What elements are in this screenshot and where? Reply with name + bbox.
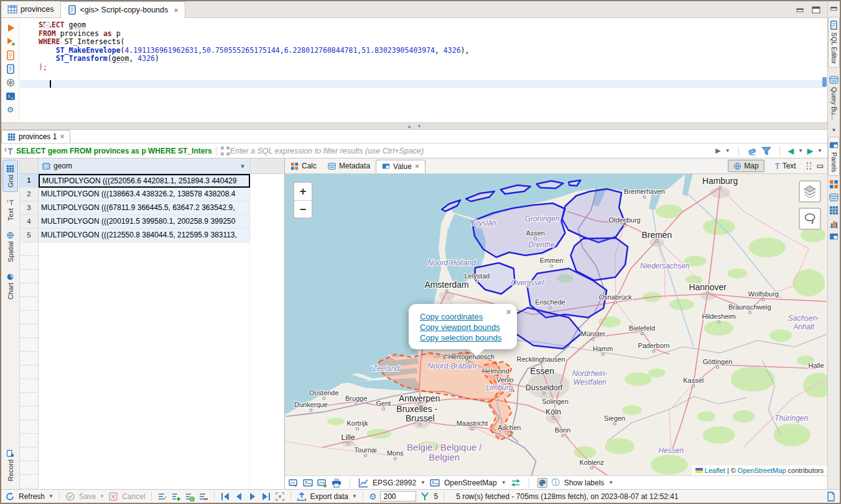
duplicate-row-icon[interactable] <box>185 492 195 502</box>
sidebar-item-spatial[interactable]: Spatial <box>2 226 18 267</box>
focus-cell-icon[interactable] <box>275 492 285 502</box>
crs-caret-icon[interactable]: ▼ <box>420 480 425 485</box>
execute-script-icon[interactable] <box>6 50 16 60</box>
map-lasso-control[interactable] <box>799 208 821 230</box>
row-number[interactable]: 4 <box>20 215 39 229</box>
map-view-button[interactable]: Map <box>728 160 764 172</box>
sql-code-line[interactable]: −SELECT geom <box>39 21 827 30</box>
restore-pane-icon[interactable] <box>829 4 839 13</box>
document-status-icon[interactable] <box>826 492 836 502</box>
popup-close-icon[interactable]: × <box>506 306 511 317</box>
sidebar-item-record[interactable]: Record <box>2 444 18 485</box>
popup-link[interactable]: Copy viewport bounds <box>420 322 509 332</box>
geom-column-header[interactable]: geom ▼ <box>39 158 250 173</box>
sort-icon[interactable]: ▼ <box>239 163 246 170</box>
clear-filter-icon[interactable] <box>747 146 757 156</box>
gear-icon[interactable]: ⚙ <box>7 105 14 114</box>
sidebar-item-chart[interactable]: Chart <box>2 268 18 304</box>
close-results-tab-icon[interactable]: × <box>60 132 64 141</box>
osm-link[interactable]: OpenStreetMap <box>738 467 786 474</box>
grid-panel-icon[interactable] <box>829 206 839 215</box>
minimize-icon[interactable] <box>795 5 805 14</box>
strip-caret-icon[interactable]: ▼ <box>832 127 837 133</box>
basemap-selector[interactable]: OpenStreetMap <box>444 479 497 487</box>
execute-statement-icon[interactable] <box>6 23 16 33</box>
next-row-icon[interactable] <box>248 492 258 502</box>
zoom-out-button[interactable]: − <box>294 200 312 218</box>
ai-assistant-icon[interactable] <box>6 78 16 88</box>
back-icon[interactable]: ◀ <box>788 147 794 155</box>
sql-code-line[interactable]: ST_MakeEnvelope(4.191136961962631,50.750… <box>39 47 827 55</box>
palette-icon[interactable] <box>537 478 547 488</box>
map-canvas[interactable]: HamburgBremerhavenOldenburgBremenNieders… <box>285 174 827 475</box>
tab-calc[interactable]: Calc <box>285 160 322 172</box>
settings-gear-icon[interactable]: ⚙ <box>369 492 377 502</box>
sql-code-line[interactable] <box>39 71 827 80</box>
map-layers-control[interactable] <box>799 180 821 203</box>
refresh-button[interactable]: Refresh <box>19 492 45 501</box>
sql-code-line[interactable] <box>20 80 824 89</box>
filter-settings-icon[interactable] <box>761 146 771 156</box>
close-value-tab-icon[interactable]: × <box>415 162 419 171</box>
save-button[interactable]: Save <box>79 492 96 501</box>
save-picture-icon[interactable] <box>303 478 313 488</box>
popup-link[interactable]: Copy coordinates <box>420 311 509 322</box>
copy-map-icon[interactable] <box>289 478 299 488</box>
execute-new-tab-icon[interactable] <box>6 37 16 47</box>
swap-coordinates-icon[interactable] <box>511 478 521 488</box>
delete-row-icon[interactable] <box>198 492 208 502</box>
chart-panel-icon[interactable] <box>829 219 839 228</box>
table-row[interactable]: 2MULTIPOLYGON (((138663.4 438326.2, 1385… <box>20 188 284 201</box>
results-grid[interactable]: geom ▼ 1MULTIPOLYGON (((252056.6 442081.… <box>20 158 285 489</box>
strip-tab-query-builder[interactable]: Query Bu... <box>828 71 840 124</box>
export-data-button[interactable]: Export data <box>310 492 348 501</box>
back-caret-icon[interactable]: ▼ <box>798 148 803 153</box>
sql-code-line[interactable]: WHERE ST_Intersects( <box>39 38 827 47</box>
forward-caret-icon[interactable]: ▼ <box>817 148 822 153</box>
sql-console-icon[interactable] <box>6 91 16 101</box>
geom-cell[interactable]: MULTIPOLYGON (((138663.4 438326.2, 13857… <box>39 188 250 201</box>
metadata-panel-icon[interactable] <box>829 193 839 202</box>
row-number[interactable]: 1 <box>20 174 39 188</box>
cancel-button[interactable]: Cancel <box>122 492 145 501</box>
sql-editor[interactable]: −SELECT geomFROM provinces as pWHERE ST_… <box>20 18 827 122</box>
text-view-button[interactable]: T Text <box>769 160 802 173</box>
sql-code-line[interactable]: ); <box>39 63 827 72</box>
last-row-icon[interactable] <box>261 492 271 502</box>
sql-code-line[interactable]: FROM provinces as p <box>39 30 827 39</box>
spatial-map-viewer[interactable]: HamburgBremerhavenOldenburgBremenNieders… <box>285 174 827 475</box>
geom-cell[interactable]: MULTIPOLYGON (((212550.8 384044.5, 21259… <box>39 229 250 242</box>
strip-tab-panels[interactable]: Panels <box>828 137 840 176</box>
tab-script-copy-bounds[interactable]: <gis> Script-copy-bounds × <box>61 1 185 18</box>
editor-results-splitter[interactable]: ▲▼ <box>1 122 827 130</box>
leaflet-link[interactable]: Leaflet <box>705 467 725 474</box>
export-caret-icon[interactable]: ▼ <box>352 493 357 499</box>
calc-panel-icon[interactable] <box>829 180 839 189</box>
fold-marker-icon[interactable]: − <box>44 22 50 29</box>
previous-row-icon[interactable] <box>234 492 244 502</box>
sql-code-line[interactable]: ST_Transform(geom, 4326) <box>39 55 827 63</box>
table-row[interactable]: 4MULTIPOLYGON (((200191.5 399580.1, 2002… <box>20 215 284 229</box>
tab-metadata[interactable]: Metadata <box>322 160 376 172</box>
explain-plan-icon[interactable] <box>6 64 16 74</box>
table-row[interactable]: 1MULTIPOLYGON (((252056.6 442081.1, 2518… <box>20 174 284 188</box>
filter-input[interactable]: Enter a SQL expression to filter results… <box>230 147 716 155</box>
minimize-panel-icon[interactable]: ▭ <box>817 162 824 170</box>
show-labels-toggle[interactable]: Show labels <box>564 479 605 487</box>
close-tab-icon[interactable]: × <box>174 6 179 15</box>
geom-cell[interactable]: MULTIPOLYGON (((67811.9 366445.5, 63647.… <box>39 201 250 215</box>
crs-selector[interactable]: EPSG:28992 <box>373 479 416 487</box>
strip-tab-sql-editor[interactable]: SQL Editor <box>828 17 840 68</box>
edit-cell-icon[interactable] <box>157 492 167 502</box>
sidebar-item-text[interactable]: Text <box>2 193 18 225</box>
popup-link[interactable]: Copy selection bounds <box>420 332 509 343</box>
forward-icon[interactable]: ▶ <box>807 147 813 155</box>
value-panel-icon[interactable] <box>829 232 839 241</box>
geom-cell[interactable]: MULTIPOLYGON (((252056.6 442081.1, 25189… <box>39 174 250 188</box>
add-row-icon[interactable] <box>171 492 181 502</box>
expand-filter-icon[interactable] <box>220 146 230 156</box>
geom-cell[interactable]: MULTIPOLYGON (((200191.5 399580.1, 20025… <box>39 215 250 229</box>
row-number[interactable]: 5 <box>20 229 39 242</box>
apply-filter-icon[interactable]: ▶ <box>715 147 720 155</box>
row-number[interactable]: 3 <box>20 201 39 215</box>
